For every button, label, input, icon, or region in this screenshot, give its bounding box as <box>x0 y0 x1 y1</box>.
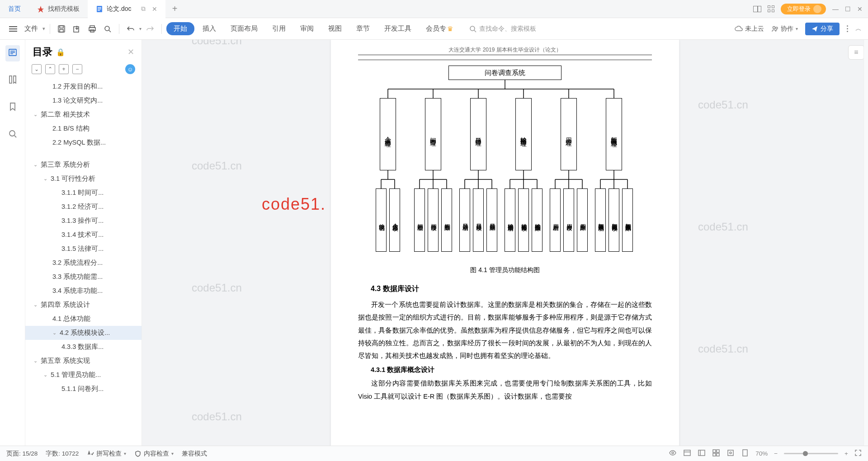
toc-item[interactable]: 5.1.1 问卷列... <box>25 382 142 396</box>
tab-member[interactable]: 会员专♛ <box>420 21 459 37</box>
document-viewport[interactable]: code51.cn code51.cn code51.cn code51.cn … <box>142 40 868 446</box>
zoom-in-icon[interactable]: + <box>844 450 848 457</box>
tab-devtools[interactable]: 开发工具 <box>378 21 418 37</box>
watermark: code51.cn <box>192 40 242 47</box>
toc-item[interactable]: 3.4 系统非功能... <box>25 284 142 298</box>
toc-item[interactable]: 3.1.4 技术可... <box>25 228 142 242</box>
toc-item[interactable]: 4.1 总体功能 <box>25 312 142 326</box>
undo-icon[interactable] <box>124 23 137 35</box>
toc-item[interactable]: ⌄4.2 系统模块设... <box>25 326 142 340</box>
close-window-icon[interactable]: ✕ <box>857 5 863 13</box>
tab-chapter[interactable]: 章节 <box>350 21 376 37</box>
tab-view[interactable]: 视图 <box>322 21 348 37</box>
tab-start[interactable]: 开始 <box>166 22 194 35</box>
toc-item[interactable]: 2.2 MySQL 数据... <box>25 136 142 150</box>
svg-point-11 <box>105 26 109 31</box>
minimize-icon[interactable]: — <box>832 5 839 13</box>
print-icon[interactable] <box>85 23 99 35</box>
tab-insert[interactable]: 插入 <box>196 21 222 37</box>
mini-panel-toggle[interactable]: ≡ <box>848 45 864 60</box>
toc-item[interactable]: 3.1.5 法律可... <box>25 242 142 256</box>
tab-home[interactable]: 首页 <box>0 0 29 18</box>
expand-all-icon[interactable]: ⌃ <box>45 64 55 74</box>
page-view-icon[interactable] <box>741 449 749 458</box>
tab-reference[interactable]: 引用 <box>266 21 292 37</box>
svg-rect-7 <box>74 27 79 32</box>
toc-item[interactable]: 3.1.3 操作可... <box>25 214 142 228</box>
toc-item[interactable]: ⌄第五章 系统实现 <box>25 354 142 368</box>
svg-rect-4 <box>58 26 65 32</box>
more-icon[interactable] <box>847 25 848 32</box>
login-button[interactable]: 立即登录 <box>781 4 826 14</box>
toc-item[interactable]: 4.3.3 数据库... <box>25 340 142 354</box>
right-scrollbar[interactable] <box>863 40 868 446</box>
toc-item[interactable]: 1.3 论文研究内... <box>25 94 142 108</box>
zoom-level[interactable]: 70% <box>755 450 768 457</box>
layout-icon[interactable] <box>753 6 761 12</box>
svg-rect-19 <box>9 76 12 83</box>
toc-item[interactable]: 1.2 开发目的和... <box>25 80 142 94</box>
ribbon-rail-icon[interactable] <box>5 99 20 116</box>
toc-item[interactable]: ⌄第三章 系统分析 <box>25 158 142 172</box>
svg-rect-61 <box>698 450 705 456</box>
apps-icon[interactable] <box>768 5 774 12</box>
toc-item[interactable]: 2.1 B/S 结构 <box>25 122 142 136</box>
maximize-icon[interactable]: ☐ <box>845 5 851 13</box>
tab-templates[interactable]: 找稻壳模板 <box>29 0 88 18</box>
status-spellcheck[interactable]: 拼写检查▾ <box>87 450 126 458</box>
help-icon[interactable]: ☺ <box>125 64 135 74</box>
zoom-slider[interactable] <box>784 453 838 454</box>
toc-item[interactable]: ⌄第四章 系统设计 <box>25 298 142 312</box>
toc-item[interactable]: 3.1.1 时间可... <box>25 186 142 200</box>
collab-button[interactable]: 协作▾ <box>771 25 798 33</box>
read-view-icon[interactable] <box>726 449 735 458</box>
eject-icon[interactable]: ⧉ <box>141 5 146 13</box>
status-page[interactable]: 页面: 15/28 <box>6 450 38 458</box>
main-area: 目录 🔒 ✕ ⌄ ⌃ + − ☺ 1.2 开发目的和...1.3 论文研究内..… <box>0 40 868 446</box>
svg-point-68 <box>730 452 731 454</box>
toc-item[interactable]: ⌄第二章 相关技术 <box>25 108 142 122</box>
save-icon[interactable] <box>55 23 68 35</box>
paragraph: 开发一个系统也需要提前设计数据库。这里的数据库是相关数据的集合，存储在一起的这些… <box>358 298 652 362</box>
svg-rect-6 <box>60 29 63 32</box>
remove-node-icon[interactable]: − <box>72 64 82 74</box>
close-icon[interactable]: ✕ <box>152 5 157 13</box>
watermark: code51.cn <box>192 282 242 294</box>
file-menu[interactable]: 文件 <box>24 24 38 33</box>
add-node-icon[interactable]: + <box>59 64 69 74</box>
toc-item[interactable]: 3.2 系统流程分... <box>25 256 142 270</box>
zoom-out-icon[interactable]: − <box>774 450 778 457</box>
outline-view-icon[interactable] <box>712 449 720 458</box>
toc-item[interactable]: 3.1.2 经济可... <box>25 200 142 214</box>
status-content-check[interactable]: 内容检查▾ <box>134 450 174 458</box>
search-input[interactable]: 查找命令、搜索模板 <box>469 25 536 33</box>
menu-icon[interactable] <box>6 24 20 33</box>
close-panel-icon[interactable]: ✕ <box>127 47 134 57</box>
collapse-all-icon[interactable]: ⌄ <box>32 64 42 74</box>
toc-item[interactable]: ⌄5.1 管理员功能... <box>25 368 142 382</box>
toc-item[interactable]: ⌄3.1 可行性分析 <box>25 172 142 186</box>
chevron-up-icon[interactable]: ︿ <box>855 25 862 33</box>
toc-list[interactable]: 1.2 开发目的和...1.3 论文研究内...⌄第二章 相关技术2.1 B/S… <box>25 79 142 446</box>
web-view-icon[interactable] <box>698 449 706 458</box>
share-button[interactable]: 分享 <box>805 23 840 35</box>
status-words[interactable]: 字数: 10722 <box>46 450 79 458</box>
new-tab-button[interactable]: + <box>165 4 184 14</box>
bookmark-rail-icon[interactable] <box>5 72 20 89</box>
redo-icon[interactable] <box>143 23 157 35</box>
share-icon <box>811 26 818 32</box>
fit-icon[interactable] <box>854 449 862 458</box>
status-compat[interactable]: 兼容模式 <box>182 450 207 458</box>
preview-icon[interactable] <box>101 23 114 35</box>
cloud-button[interactable]: 未上云 <box>735 25 764 33</box>
tab-document[interactable]: 论文.doc ⧉ ✕ <box>88 0 165 18</box>
search-rail-icon[interactable] <box>5 127 20 143</box>
layout-view-icon[interactable] <box>683 449 691 458</box>
outline-rail-icon[interactable] <box>5 45 20 61</box>
tab-review[interactable]: 审阅 <box>294 21 320 37</box>
toc-item[interactable]: 3.3 系统功能需... <box>25 270 142 284</box>
eye-icon[interactable] <box>669 449 677 458</box>
tab-pagelayout[interactable]: 页面布局 <box>224 21 264 37</box>
lock-icon[interactable]: 🔒 <box>56 48 65 56</box>
export-icon[interactable] <box>70 23 84 35</box>
